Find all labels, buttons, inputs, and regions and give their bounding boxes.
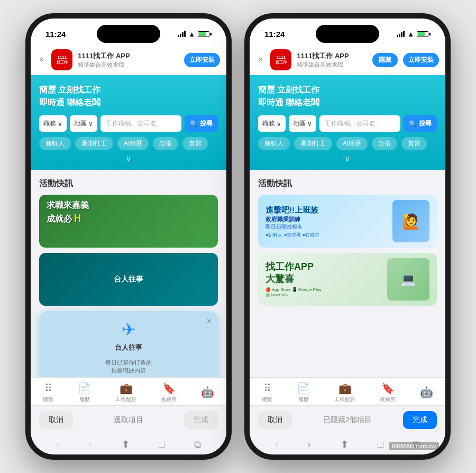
tab-ai-right[interactable]: 🤖 (420, 386, 433, 399)
tag-1-right[interactable]: 暑期打工 (294, 137, 332, 150)
bookmark-btn-right[interactable]: □ (378, 439, 383, 450)
hero-right: 簡歷 立刻找工作 即時通 聯絡老闆 職務 ∨ 地區 ∨ 工作職稱、公司名、 🔍 … (250, 75, 445, 170)
search-bar-right: 職務 ∨ 地區 ∨ 工作職稱、公司名、 🔍 搜尋 (258, 115, 437, 132)
chevron-down-left[interactable]: ∨ (39, 153, 218, 163)
app-banner-right: × 1111 找工作 1111找工作 APP 精準媒合高效求職 隱藏 立即安裝 (250, 45, 445, 75)
banner-green-content-left: 求職來嘉義成就必Ｈ (39, 195, 218, 248)
tab-overview-right[interactable]: ⠿ 總覽 (262, 382, 272, 403)
section-title-right: 活動快訊 (258, 178, 437, 189)
status-time-right: 11:24 (264, 30, 285, 39)
tab-match-left[interactable]: 💼 工作配對 (115, 382, 136, 403)
banner-hidden-btn-right[interactable]: 隱藏 (372, 53, 398, 67)
dropdown-jobs-left[interactable]: 職務 ∨ (39, 115, 67, 132)
banner-close-right[interactable]: × (256, 53, 265, 67)
hero-line1-left: 簡歷 立刻找工作 (39, 84, 218, 96)
search-btn-label-right: 搜尋 (419, 119, 432, 128)
dropdown-area-label-right: 地區 (293, 119, 306, 128)
tab-resume-right[interactable]: 📄 履歷 (297, 382, 310, 403)
back-btn-right[interactable]: ‹ (275, 439, 278, 450)
tab-bar-left: ⠿ 總覽 📄 履歷 💼 工作配對 🔖 收藏夾 🤖 (31, 377, 226, 405)
chevron-down-right[interactable]: ∨ (258, 153, 437, 163)
tag-3-left[interactable]: 急徵 (153, 137, 178, 150)
person-emoji-right: 🙋 (402, 213, 420, 230)
banner-logo-left: 1111 找工作 (51, 49, 72, 70)
section-title-left: 活動快訊 (39, 178, 218, 189)
tab-label-saved-left: 收藏夾 (161, 396, 177, 403)
dropdown-jobs-arrow-left: ∨ (58, 120, 62, 128)
forward-btn-left[interactable]: › (89, 439, 92, 450)
search-btn-label-left: 搜尋 (200, 119, 213, 128)
banner-app-content-right: 找工作APP大驚喜 🍎 App Store 📱 Google Play 抽 Ma… (258, 253, 437, 306)
forward-btn-right[interactable]: › (308, 439, 311, 450)
hero-line2-left: 即時通 聯絡老闆 (39, 96, 218, 109)
action-cancel-left[interactable]: 取消 (39, 411, 73, 429)
banner-close-left[interactable]: × (37, 53, 46, 67)
tag-1-left[interactable]: 暑期打工 (75, 137, 113, 150)
banner-text-right: 1111找工作 APP 精準媒合高效求職 (297, 51, 367, 69)
search-icon-right: 🔍 (409, 120, 417, 128)
action-bar-left: 取消 選取項目 完成 (31, 405, 226, 434)
tab-label-match-left: 工作配對 (115, 396, 136, 403)
banner-app-right[interactable]: 找工作APP大驚喜 🍎 App Store 📱 Google Play 抽 Ma… (258, 253, 437, 306)
search-input-right[interactable]: 工作職稱、公司名、 (319, 115, 400, 132)
left-phone: 11:24 ▲ × (25, 13, 232, 460)
hero-left: 簡歷 立刻找工作 即時通 聯絡老闆 職務 ∨ 地區 ∨ 工作職稱、公司名、 🔍 … (31, 75, 226, 170)
attack-subline1: 政府職業訓練 (266, 215, 319, 223)
action-done-left[interactable]: 完成 (184, 411, 218, 429)
tab-icon-saved-left: 🔖 (162, 382, 176, 395)
bar3 (182, 32, 184, 37)
tag-3-right[interactable]: 急徵 (372, 137, 397, 150)
tag-0-right[interactable]: 新鮮人 (258, 137, 290, 150)
bookmark-btn-left[interactable]: □ (159, 439, 164, 450)
tab-match-right[interactable]: 💼 工作配對 (334, 382, 355, 403)
attack-tags: ●新鮮人 ●失待署 ●在職中 (266, 232, 319, 239)
battery-icon-right (417, 31, 431, 37)
tab-saved-right[interactable]: 🔖 收藏夾 (380, 382, 396, 403)
quick-tags-right: 新鮮人 暑期打工 AI簡歷 急徵 實習 (258, 137, 437, 150)
dropdown-jobs-label-left: 職務 (43, 119, 56, 128)
banner-install-right[interactable]: 立即安裝 (403, 53, 439, 67)
tag-4-left[interactable]: 實習 (182, 137, 208, 150)
dropdown-area-label-left: 地區 (74, 119, 87, 128)
search-input-left[interactable]: 工作職稱、公司名、 (100, 115, 181, 132)
search-button-right[interactable]: 🔍 搜尋 (404, 115, 437, 132)
signal-icon-right (397, 31, 405, 37)
search-button-left[interactable]: 🔍 搜尋 (185, 115, 218, 132)
search-bar-left: 職務 ∨ 地區 ∨ 工作職稱、公司名、 🔍 搜尋 (39, 115, 218, 132)
banner-install-left[interactable]: 立即安裝 (184, 53, 220, 67)
tag-2-right[interactable]: AI簡歷 (336, 137, 368, 150)
banner-green-left[interactable]: 求職來嘉義成就必Ｈ (39, 195, 218, 248)
banner-blue-left[interactable]: 台人往事 (39, 253, 218, 306)
overlay-content-left: ✈ 台人往事 每日已幫你打造的 推薦職缺內容 (48, 320, 209, 375)
app-banner-left: × 1111 找工作 1111找工作 APP 精準媒合高效求職 立即安裝 (31, 45, 226, 75)
tabs-btn-left[interactable]: ⧉ (194, 439, 201, 450)
watermark: MRMAD.com.tw (389, 442, 439, 450)
dropdown-area-arrow-left: ∨ (88, 120, 93, 128)
tab-saved-left[interactable]: 🔖 收藏夾 (161, 382, 177, 403)
share-btn-right[interactable]: ⬆ (341, 439, 349, 450)
tab-overview-left[interactable]: ⠿ 總覽 (43, 382, 53, 403)
back-btn-left[interactable]: ‹ (56, 439, 59, 450)
hero-text-right: 簡歷 立刻找工作 即時通 聯絡老闆 (258, 84, 437, 109)
tag-2-left[interactable]: AI簡歷 (117, 137, 149, 150)
banner-attack-content-right: 進擊吧!!上班族 政府職業訓練 即日起開放報名 ●新鮮人 ●失待署 ●在職中 🙋 (258, 195, 437, 248)
tab-label-match-right: 工作配對 (334, 396, 355, 403)
banner-attack-right[interactable]: 進擊吧!!上班族 政府職業訓練 即日起開放報名 ●新鮮人 ●失待署 ●在職中 🙋 (258, 195, 437, 248)
action-cancel-right[interactable]: 取消 (258, 411, 292, 429)
tab-icon-overview-right: ⠿ (263, 382, 271, 395)
dropdown-area-left[interactable]: 地區 ∨ (70, 115, 97, 132)
content-area-left: 活動快訊 求職來嘉義成就必Ｈ 台人往事 × ✈ (31, 170, 226, 377)
action-done-right[interactable]: 完成 (403, 411, 437, 429)
share-btn-left[interactable]: ⬆ (122, 439, 130, 450)
overlay-desc-left: 每日已幫你打造的 推薦職缺內容 (105, 359, 152, 375)
tag-0-left[interactable]: 新鮮人 (39, 137, 71, 150)
tab-resume-left[interactable]: 📄 履歷 (78, 382, 91, 403)
dropdown-jobs-right[interactable]: 職務 ∨ (258, 115, 286, 132)
tab-icon-ai-right: 🤖 (420, 386, 433, 398)
tag-4-right[interactable]: 實習 (401, 137, 427, 150)
tab-ai-left[interactable]: 🤖 (201, 386, 214, 399)
tab-label-overview-right: 總覽 (262, 396, 272, 403)
action-bar-right: 取消 已隱藏2個項目 完成 (250, 405, 445, 434)
wifi-icon-left: ▲ (188, 30, 195, 38)
dropdown-area-right[interactable]: 地區 ∨ (289, 115, 316, 132)
